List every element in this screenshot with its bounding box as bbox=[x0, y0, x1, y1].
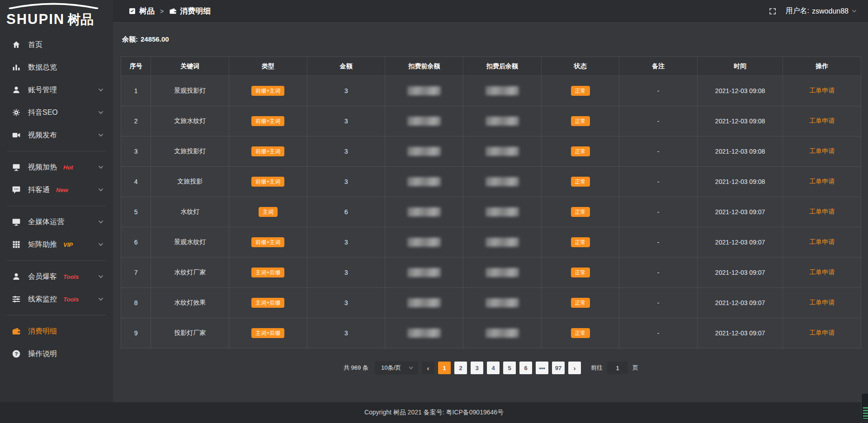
sidebar-item-label: 视频加热 bbox=[28, 163, 57, 172]
breadcrumb: 树品 > 消费明细 bbox=[128, 6, 211, 16]
sidebar-item-label: 账号管理 bbox=[28, 85, 57, 95]
ticket-request-link[interactable]: 工单申请 bbox=[809, 208, 835, 215]
sidebar-item-douketong[interactable]: 抖客通 New bbox=[0, 179, 113, 201]
logo-text-cn: 树品 bbox=[67, 13, 94, 26]
ticket-request-link[interactable]: 工单申请 bbox=[809, 299, 835, 306]
column-header: 时间 bbox=[697, 57, 783, 76]
sidebar-item-label: 会员爆客 bbox=[28, 272, 57, 282]
sidebar-item-media-operation[interactable]: 全媒体运营 bbox=[0, 211, 113, 233]
table-body: 1 景观投影灯 前缀+主词 3 正常 - 2021-12-03 09:08 工单… bbox=[121, 76, 861, 348]
cell-amount: 6 bbox=[307, 197, 385, 227]
cell-remark: - bbox=[619, 76, 698, 106]
column-header: 状态 bbox=[541, 57, 619, 76]
chart-icon bbox=[12, 63, 21, 72]
question-icon bbox=[12, 349, 21, 358]
ticket-request-link[interactable]: 工单申请 bbox=[809, 268, 835, 276]
footer: Copyright 树品 2021 备案号: 粤ICP备09019646号 bbox=[0, 402, 868, 423]
cell-index: 4 bbox=[121, 167, 151, 197]
balance-after-redacted bbox=[486, 86, 519, 95]
status-badge: 正常 bbox=[571, 298, 590, 308]
cell-keyword: 文旅水纹灯 bbox=[151, 106, 229, 136]
type-badge: 前缀+主词 bbox=[251, 86, 284, 96]
ticket-request-link[interactable]: 工单申请 bbox=[809, 147, 835, 155]
sidebar-item-label: 操作说明 bbox=[28, 349, 57, 359]
user-icon bbox=[12, 85, 21, 94]
balance-after-redacted bbox=[486, 177, 519, 186]
ticket-request-link[interactable]: 工单申请 bbox=[809, 178, 835, 185]
cell-keyword: 景观水纹灯 bbox=[151, 227, 229, 258]
sidebar-item-matrix-boost[interactable]: 矩阵助推 VIP bbox=[0, 233, 113, 256]
page-button-6[interactable]: 6 bbox=[519, 362, 532, 374]
chevron-down-icon bbox=[98, 273, 104, 280]
video-icon bbox=[12, 131, 21, 140]
ticket-request-link[interactable]: 工单申请 bbox=[809, 238, 835, 245]
sidebar-item-badge: Hot bbox=[63, 164, 73, 171]
sidebar-item-home[interactable]: 首页 bbox=[0, 33, 113, 56]
balance-after-redacted bbox=[486, 238, 519, 247]
table-row: 8 水纹灯效果 主词+后缀 3 正常 - 2021-12-03 09:07 工单… bbox=[121, 288, 861, 318]
breadcrumb-item-current: 消费明细 bbox=[169, 6, 211, 16]
ticket-request-link[interactable]: 工单申请 bbox=[809, 329, 835, 336]
table-header-row: 序号关键词类型金额扣费前余额扣费后余额状态备注时间操作 bbox=[121, 57, 861, 76]
cell-time: 2021-12-03 09:07 bbox=[697, 227, 783, 258]
user-dropdown[interactable]: 用户名: zswodun88 bbox=[786, 6, 857, 16]
sidebar-item-consumption-detail[interactable]: 消费明细 bbox=[0, 320, 113, 343]
table-row: 2 文旅水纹灯 前缀+主词 3 正常 - 2021-12-03 09:08 工单… bbox=[121, 106, 861, 136]
cell-time: 2021-12-03 09:08 bbox=[697, 167, 783, 197]
balance-before-redacted bbox=[407, 298, 441, 307]
page-button-1[interactable]: 1 bbox=[438, 362, 451, 374]
logo-arc bbox=[7, 3, 100, 9]
sidebar-item-data-overview[interactable]: 数据总览 bbox=[0, 56, 113, 79]
grid-icon bbox=[12, 240, 21, 249]
page-ellipsis-button[interactable]: ••• bbox=[536, 362, 548, 374]
page-button-3[interactable]: 3 bbox=[471, 362, 483, 374]
sidebar-item-badge: Tools bbox=[63, 296, 79, 303]
sidebar-item-label: 矩阵助推 bbox=[28, 240, 57, 249]
status-badge: 正常 bbox=[571, 116, 590, 126]
balance-before-redacted bbox=[407, 238, 441, 247]
goto-label: 前往 bbox=[591, 364, 603, 372]
sidebar-divider bbox=[7, 315, 106, 315]
cell-remark: - bbox=[619, 227, 698, 258]
page-button-97[interactable]: 97 bbox=[552, 362, 565, 374]
cell-time: 2021-12-03 09:07 bbox=[697, 318, 783, 348]
sidebar-item-video-heat[interactable]: 视频加热 Hot bbox=[0, 156, 113, 179]
sidebar-item-operation-guide[interactable]: 操作说明 bbox=[0, 343, 113, 365]
sidebar-item-account-management[interactable]: 账号管理 bbox=[0, 79, 113, 101]
sidebar-item-member-burst[interactable]: 会员爆客 Tools bbox=[0, 265, 113, 288]
cell-amount: 3 bbox=[307, 167, 385, 197]
prev-page-button[interactable]: ‹ bbox=[422, 362, 434, 374]
type-badge: 前缀+主词 bbox=[251, 116, 284, 126]
type-badge: 主词+后缀 bbox=[251, 328, 284, 338]
total-count: 共 969 条 bbox=[344, 364, 368, 372]
cell-amount: 3 bbox=[307, 106, 385, 136]
ticket-request-link[interactable]: 工单申请 bbox=[809, 87, 835, 94]
page-size-value: 10条/页 bbox=[381, 364, 401, 372]
username-label: 用户名: bbox=[786, 6, 809, 16]
corner-widget-stripes bbox=[863, 407, 868, 419]
page-button-5[interactable]: 5 bbox=[503, 362, 516, 374]
sidebar-menu: 首页 数据总览 账号管理 抖音SEO 视频发布 视频加热 Hot 抖客通 New bbox=[0, 29, 113, 365]
goto-page-input[interactable] bbox=[607, 362, 628, 374]
table-row: 4 文旅投影 前缀+主词 3 正常 - 2021-12-03 09:08 工单申… bbox=[121, 167, 861, 197]
chevron-down-icon bbox=[98, 132, 104, 138]
breadcrumb-item-home[interactable]: 树品 bbox=[128, 6, 155, 16]
page-button-2[interactable]: 2 bbox=[454, 362, 467, 374]
status-badge: 正常 bbox=[571, 237, 590, 247]
balance-after-redacted bbox=[486, 298, 519, 307]
fullscreen-icon[interactable] bbox=[769, 7, 777, 15]
page-size-select[interactable]: 10条/页 bbox=[375, 361, 418, 375]
cell-amount: 3 bbox=[307, 258, 385, 288]
ticket-request-link[interactable]: 工单申请 bbox=[809, 117, 835, 124]
page-button-4[interactable]: 4 bbox=[487, 362, 500, 374]
cell-index: 7 bbox=[121, 258, 151, 288]
cell-keyword: 水纹灯厂家 bbox=[151, 258, 229, 288]
sidebar-item-lead-monitor[interactable]: 线索监控 Tools bbox=[0, 288, 113, 310]
next-page-button[interactable]: › bbox=[568, 362, 581, 374]
cell-keyword: 文旅投影灯 bbox=[151, 136, 229, 167]
balance-before-redacted bbox=[407, 177, 441, 186]
sidebar-item-douyin-seo[interactable]: 抖音SEO bbox=[0, 101, 113, 124]
comment-icon bbox=[12, 185, 21, 194]
sidebar-item-video-publish[interactable]: 视频发布 bbox=[0, 124, 113, 146]
username-value: zswodun88 bbox=[812, 7, 849, 15]
